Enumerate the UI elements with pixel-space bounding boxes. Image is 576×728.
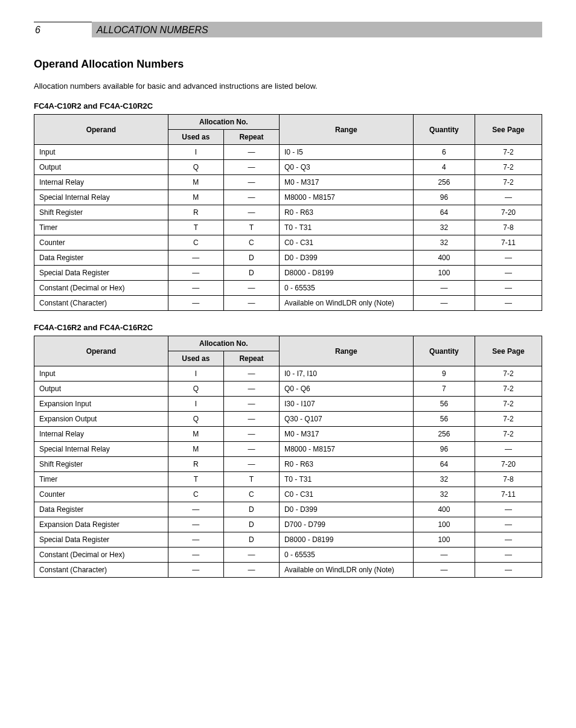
- table-row: TimerTTT0 - T31327-8: [34, 472, 542, 487]
- table-row: Special Data Register—DD8000 - D8199100—: [34, 532, 542, 548]
- cell-repeat: C: [223, 487, 279, 502]
- cell-range: D700 - D799: [279, 517, 413, 532]
- cell-see-page: 7-11: [475, 235, 542, 251]
- table-row: TimerTTT0 - T31327-8: [34, 220, 542, 235]
- cell-quantity: 32: [413, 220, 475, 235]
- table-row: Special Data Register—DD8000 - D8199100—: [34, 266, 542, 281]
- cell-operand: Input: [34, 145, 168, 160]
- cell-operand: Data Register: [34, 502, 168, 517]
- cell-operand: Data Register: [34, 251, 168, 266]
- table-row: Expansion OutputQ—Q30 - Q107567-2: [34, 412, 542, 427]
- cell-operand: Constant (Character): [34, 563, 168, 578]
- cell-operand: Expansion Output: [34, 412, 168, 427]
- table-row: Data Register—DD0 - D399400—: [34, 251, 542, 266]
- allocation-table: OperandAllocation No.RangeQuantitySee Pa…: [34, 336, 542, 578]
- cell-repeat: D: [223, 266, 279, 281]
- cell-quantity: 256: [413, 427, 475, 442]
- chapter-number: 6: [34, 22, 92, 37]
- cell-see-page: 7-8: [475, 472, 542, 487]
- cell-quantity: 400: [413, 251, 475, 266]
- cell-range: M0 - M317: [279, 427, 413, 442]
- cell-repeat: D: [223, 517, 279, 532]
- col-header-see-page: See Page: [475, 336, 542, 366]
- cell-range: Q0 - Q6: [279, 382, 413, 397]
- table-row: Constant (Decimal or Hex)——0 - 65535——: [34, 281, 542, 296]
- cell-repeat: —: [223, 366, 279, 382]
- cell-used-as: Q: [168, 160, 223, 175]
- cell-used-as: R: [168, 457, 223, 472]
- cell-used-as: —: [168, 266, 223, 281]
- table-row: InputI—I0 - I7, I1097-2: [34, 366, 542, 382]
- cell-see-page: —: [475, 442, 542, 457]
- cell-operand: Input: [34, 366, 168, 382]
- cell-range: R0 - R63: [279, 205, 413, 220]
- cell-see-page: 7-2: [475, 382, 542, 397]
- cell-used-as: M: [168, 442, 223, 457]
- cell-range: D8000 - D8199: [279, 266, 413, 281]
- table-row: Shift RegisterR—R0 - R63647-20: [34, 457, 542, 472]
- cell-operand: Internal Relay: [34, 427, 168, 442]
- table-row: Special Internal RelayM—M8000 - M815796—: [34, 442, 542, 457]
- table-row: CounterCCC0 - C31327-11: [34, 235, 542, 251]
- cell-see-page: 7-2: [475, 175, 542, 190]
- cell-repeat: —: [223, 281, 279, 296]
- table-row: Constant (Character)——Available on WindL…: [34, 563, 542, 578]
- cell-see-page: 7-2: [475, 145, 542, 160]
- col-header-allocation: Allocation No.: [168, 115, 279, 130]
- cell-used-as: M: [168, 175, 223, 190]
- cell-used-as: M: [168, 190, 223, 205]
- cell-range: I0 - I7, I10: [279, 366, 413, 382]
- cell-repeat: D: [223, 251, 279, 266]
- table-row: InputI—I0 - I567-2: [34, 145, 542, 160]
- cell-quantity: 32: [413, 235, 475, 251]
- table-row: Data Register—DD0 - D399400—: [34, 502, 542, 517]
- cell-repeat: D: [223, 502, 279, 517]
- cell-repeat: —: [223, 563, 279, 578]
- table-row: Internal RelayM—M0 - M3172567-2: [34, 175, 542, 190]
- cell-see-page: 7-2: [475, 412, 542, 427]
- table-row: Constant (Decimal or Hex)——0 - 65535——: [34, 548, 542, 563]
- cell-used-as: —: [168, 548, 223, 563]
- cell-used-as: M: [168, 427, 223, 442]
- cell-range: R0 - R63: [279, 457, 413, 472]
- cell-repeat: —: [223, 160, 279, 175]
- cell-operand: Special Internal Relay: [34, 190, 168, 205]
- cell-repeat: T: [223, 220, 279, 235]
- cell-range: M8000 - M8157: [279, 442, 413, 457]
- cell-see-page: 7-2: [475, 366, 542, 382]
- cell-see-page: 7-2: [475, 160, 542, 175]
- cell-repeat: —: [223, 397, 279, 412]
- cell-quantity: 100: [413, 517, 475, 532]
- cell-operand: Timer: [34, 220, 168, 235]
- col-header-quantity: Quantity: [413, 115, 475, 145]
- cell-see-page: —: [475, 548, 542, 563]
- cell-range: D0 - D399: [279, 251, 413, 266]
- cell-see-page: —: [475, 281, 542, 296]
- cell-range: 0 - 65535: [279, 281, 413, 296]
- cell-quantity: 32: [413, 487, 475, 502]
- cell-operand: Internal Relay: [34, 175, 168, 190]
- cell-quantity: 32: [413, 472, 475, 487]
- cell-used-as: Q: [168, 382, 223, 397]
- cell-repeat: —: [223, 190, 279, 205]
- col-header-repeat: Repeat: [223, 130, 279, 145]
- cell-operand: Shift Register: [34, 457, 168, 472]
- col-header-range: Range: [279, 336, 413, 366]
- cell-quantity: 9: [413, 366, 475, 382]
- cell-operand: Special Data Register: [34, 532, 168, 548]
- cell-repeat: —: [223, 145, 279, 160]
- cell-range: M8000 - M8157: [279, 190, 413, 205]
- cell-operand: Counter: [34, 235, 168, 251]
- cell-operand: Expansion Data Register: [34, 517, 168, 532]
- cell-used-as: —: [168, 296, 223, 311]
- cell-range: D8000 - D8199: [279, 532, 413, 548]
- cell-used-as: I: [168, 145, 223, 160]
- cell-see-page: 7-11: [475, 487, 542, 502]
- cell-used-as: —: [168, 517, 223, 532]
- cell-quantity: —: [413, 296, 475, 311]
- cell-used-as: —: [168, 281, 223, 296]
- cell-repeat: —: [223, 205, 279, 220]
- cell-quantity: —: [413, 281, 475, 296]
- table-row: Expansion Data Register—DD700 - D799100—: [34, 517, 542, 532]
- cell-repeat: C: [223, 235, 279, 251]
